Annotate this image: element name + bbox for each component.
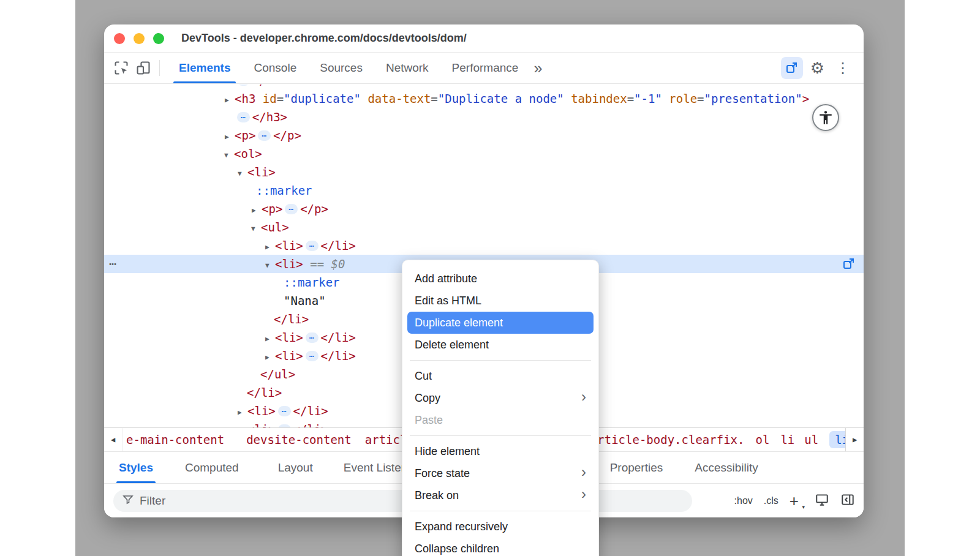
breadcrumb-item-e-main-content[interactable]: e-main-content — [126, 433, 224, 446]
code-token: ::marker — [256, 184, 312, 197]
code-token: role — [662, 92, 697, 105]
inline-expand-icon[interactable]: ⋯ — [306, 332, 318, 343]
context-menu-item-copy[interactable]: Copy› — [402, 387, 598, 409]
minimize-button[interactable] — [134, 33, 145, 44]
breadcrumb-prev-icon[interactable]: ◀ — [104, 428, 123, 451]
tab-layout[interactable]: Layout — [276, 452, 315, 483]
dom-tree-row[interactable]: ⋯</h2> — [104, 85, 864, 89]
inline-expand-icon[interactable]: ⋯ — [278, 406, 291, 416]
expand-arrow-icon[interactable]: ▶ — [265, 330, 275, 348]
dom-tree-row[interactable]: ⋯</h3> — [104, 108, 864, 126]
context-menu-item-add-attribute[interactable]: Add attribute — [402, 268, 598, 290]
tab-accessibility[interactable]: Accessibility — [692, 452, 760, 483]
filter-placeholder: Filter — [140, 494, 165, 508]
code-token: ::marker — [284, 276, 340, 289]
context-menu-item-hide-element[interactable]: Hide element — [402, 440, 598, 462]
breadcrumb-next-icon[interactable]: ▶ — [845, 428, 864, 451]
context-menu-item-force-state[interactable]: Force state› — [402, 462, 598, 484]
tab-styles[interactable]: Styles — [116, 452, 156, 483]
expand-arrow-icon[interactable]: ▶ — [252, 201, 262, 220]
tab-elements[interactable]: Elements — [167, 53, 242, 83]
menu-divider — [410, 435, 591, 436]
dom-tree-row[interactable]: ::marker — [104, 181, 864, 200]
collapse-arrow-icon[interactable]: ▼ — [238, 165, 247, 183]
zoom-button[interactable] — [153, 33, 164, 44]
expand-arrow-icon[interactable]: ▶ — [238, 422, 247, 427]
breadcrumb-item-li[interactable]: li — [780, 433, 794, 446]
submenu-chevron-icon: › — [581, 389, 586, 404]
screen-icon[interactable] — [815, 492, 829, 509]
code-token: $0 — [331, 257, 345, 271]
context-menu-item-break-on[interactable]: Break on› — [402, 484, 598, 506]
dropdown-caret-icon: ▾ — [802, 505, 805, 510]
collapse-arrow-icon[interactable]: ▼ — [251, 220, 261, 238]
new-style-rule-button[interactable]: +▾ — [790, 493, 804, 509]
dom-tree-row[interactable]: ▶<li>⋯</li> — [104, 236, 864, 255]
inline-expand-icon[interactable]: ⋯ — [306, 351, 318, 361]
tab-computed[interactable]: Computed — [183, 452, 241, 483]
code-token: <li> — [275, 331, 303, 344]
tab-network[interactable]: Network — [374, 53, 440, 83]
context-menu-item-collapse-children[interactable]: Collapse children — [402, 538, 598, 556]
more-options-icon[interactable]: ⋮ — [832, 61, 854, 75]
square-arrow-icon[interactable] — [781, 57, 803, 79]
hov-toggle[interactable]: :hov — [734, 495, 753, 506]
inline-expand-icon[interactable]: ⋯ — [237, 112, 250, 122]
dom-tree-row[interactable]: ▼<ul> — [104, 218, 864, 236]
funnel-icon — [122, 494, 134, 508]
expand-arrow-icon[interactable]: ▶ — [265, 238, 275, 257]
accessibility-person-icon[interactable] — [812, 104, 839, 131]
menu-divider — [410, 511, 591, 511]
expand-arrow-icon[interactable]: ▶ — [225, 91, 235, 110]
close-button[interactable] — [114, 33, 125, 44]
code-token: "-1" — [634, 92, 662, 105]
menu-divider — [410, 360, 591, 361]
code-token: </h3> — [252, 110, 287, 124]
context-menu-item-duplicate-element[interactable]: Duplicate element — [407, 312, 594, 334]
row-overflow-menu-icon[interactable]: ⋯ — [109, 255, 116, 273]
code-token: > — [802, 92, 809, 105]
inline-expand-icon[interactable]: ⋯ — [306, 241, 318, 251]
breadcrumb-item-ol[interactable]: ol — [756, 433, 770, 446]
menu-item-label: Hide element — [415, 445, 480, 458]
context-menu-item-cut[interactable]: Cut — [402, 365, 598, 387]
context-menu-item-edit-as-html[interactable]: Edit as HTML — [402, 290, 598, 312]
code-token: "Nana" — [284, 294, 326, 307]
breadcrumb-item-devsite-content[interactable]: devsite-content — [246, 433, 352, 446]
tab-sources[interactable]: Sources — [308, 53, 374, 83]
collapse-arrow-icon[interactable]: ▼ — [265, 257, 275, 275]
code-token: </li> — [321, 239, 356, 252]
toolbar-divider — [159, 60, 160, 76]
dom-tree-row[interactable]: ▶<h3 id="duplicate" data-text="Duplicate… — [104, 89, 864, 108]
tab-console[interactable]: Console — [242, 53, 308, 83]
inspect-cursor-icon[interactable] — [110, 57, 132, 79]
expand-arrow-icon[interactable]: ▶ — [238, 404, 247, 422]
tab-properties[interactable]: Properties — [608, 452, 666, 483]
code-token: <li> — [275, 239, 303, 252]
breadcrumb-item-article-body-clearfix[interactable]: article-body.clearfix. — [590, 433, 745, 446]
breadcrumb-item-li[interactable]: li — [829, 431, 845, 448]
more-tabs-icon[interactable]: » — [533, 59, 542, 77]
breadcrumb-item-ul[interactable]: ul — [804, 433, 818, 446]
dom-tree-row[interactable]: ▼<li> — [104, 163, 864, 181]
tab-performance[interactable]: Performance — [440, 53, 530, 83]
settings-gear-icon[interactable]: ⚙ — [810, 60, 824, 76]
inline-expand-icon[interactable]: ⋯ — [258, 130, 271, 141]
context-menu-item-expand-recursively[interactable]: Expand recursively — [402, 516, 598, 538]
dom-tree-row[interactable]: ▶<p>⋯</p> — [104, 126, 864, 145]
code-token: </li> — [247, 386, 282, 399]
device-toolbar-icon[interactable] — [132, 57, 154, 79]
context-menu-item-delete-element[interactable]: Delete element — [402, 334, 598, 356]
expand-arrow-icon[interactable]: ▶ — [225, 128, 235, 146]
styles-pane-controls: :hov .cls +▾ — [734, 492, 855, 509]
collapse-arrow-icon[interactable]: ▼ — [224, 146, 234, 165]
menu-item-label: Delete element — [415, 339, 489, 351]
expand-arrow-icon[interactable]: ▶ — [265, 348, 275, 367]
dom-tree-row[interactable]: ▼<ol> — [104, 145, 864, 163]
sidebar-toggle-icon[interactable] — [840, 492, 855, 509]
dom-tree-row[interactable]: ▶<p>⋯</p> — [104, 200, 864, 218]
inline-expand-icon[interactable]: ⋯ — [285, 204, 298, 214]
cls-toggle[interactable]: .cls — [764, 495, 778, 506]
code-token: data-text — [361, 92, 431, 105]
inline-expand-icon[interactable]: ⋯ — [237, 85, 250, 86]
